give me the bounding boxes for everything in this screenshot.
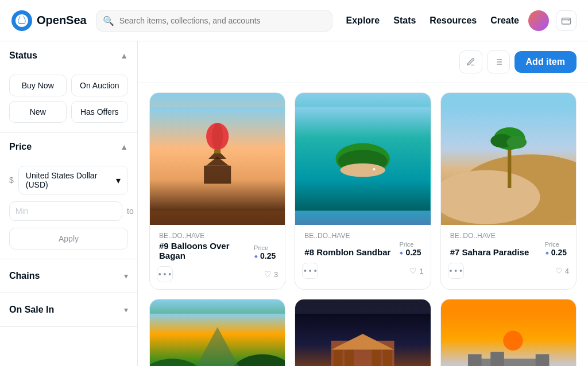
nft-card: BE..DO..HAVE#7 Sahara ParadisePrice⬥ 0.2… bbox=[440, 92, 577, 290]
nft-info: BE..DO..HAVE#8 Romblon SandbarPrice⬥ 0.2… bbox=[295, 225, 430, 257]
edit-view-button[interactable] bbox=[459, 50, 482, 73]
nft-collection: BE..DO..HAVE bbox=[450, 232, 567, 240]
search-input[interactable] bbox=[96, 10, 332, 32]
heart-icon: ♡ bbox=[264, 270, 272, 279]
nft-price-wrap: Price⬥ 0.25 bbox=[545, 241, 567, 257]
avatar[interactable] bbox=[528, 10, 549, 31]
svg-rect-37 bbox=[372, 348, 381, 366]
nft-card: BE..DO..HAVE#6 Jungle SunrisePrice⬥ 0.25… bbox=[149, 299, 285, 366]
svg-rect-49 bbox=[535, 354, 549, 366]
heart-icon: ♡ bbox=[555, 266, 563, 275]
svg-rect-35 bbox=[334, 348, 343, 366]
svg-rect-13 bbox=[214, 149, 220, 154]
currency-name: United States Dollar (USD) bbox=[26, 171, 116, 189]
nft-card: BE..DO..HAVE#9 Balloons Over BaganPrice⬥… bbox=[149, 92, 285, 290]
price-chevron-icon: ▲ bbox=[120, 142, 128, 151]
status-title: Status bbox=[9, 50, 37, 61]
svg-rect-36 bbox=[345, 348, 354, 366]
apply-wrap: Apply bbox=[0, 228, 137, 259]
nft-grid: BE..DO..HAVE#9 Balloons Over BaganPrice⬥… bbox=[138, 83, 588, 366]
apply-button[interactable]: Apply bbox=[9, 228, 128, 250]
status-new[interactable]: New bbox=[9, 101, 67, 123]
nft-card: BE..DO..HAVE#5 Petra at NightPrice⬥ 0.25… bbox=[295, 299, 431, 366]
search-container: 🔍 bbox=[96, 10, 332, 32]
list-view-button[interactable] bbox=[487, 50, 510, 73]
nft-more-button[interactable]: • • • bbox=[448, 263, 464, 279]
nft-image bbox=[441, 299, 576, 366]
on-sale-chevron-icon: ▾ bbox=[124, 305, 128, 314]
chains-header[interactable]: Chains ▾ bbox=[0, 259, 137, 293]
on-sale-header[interactable]: On Sale In ▾ bbox=[0, 293, 137, 326]
status-grid: Buy Now On Auction New Has Offers bbox=[0, 70, 137, 132]
nft-collection: BE..DO..HAVE bbox=[159, 232, 276, 240]
currency-chevron-icon: ▾ bbox=[116, 175, 121, 186]
sidebar: Status ▲ Buy Now On Auction New Has Offe… bbox=[0, 41, 138, 366]
status-header[interactable]: Status ▲ bbox=[0, 41, 137, 70]
status-buy-now[interactable]: Buy Now bbox=[9, 75, 67, 96]
nft-price-label: Price bbox=[545, 241, 567, 248]
main-layout: Status ▲ Buy Now On Auction New Has Offe… bbox=[0, 41, 588, 366]
nft-more-button[interactable]: • • • bbox=[157, 266, 173, 282]
nav-resources[interactable]: Resources bbox=[430, 13, 477, 28]
nft-name: #8 Romblon Sandbar bbox=[304, 247, 390, 257]
nft-info: BE..DO..HAVE#7 Sahara ParadisePrice⬥ 0.2… bbox=[441, 225, 576, 257]
nft-price-value: ⬥ 0.25 bbox=[545, 248, 567, 257]
price-range: to bbox=[0, 201, 137, 228]
nft-name: #7 Sahara Paradise bbox=[450, 247, 529, 257]
logo[interactable]: OpenSea bbox=[11, 10, 87, 31]
price-header[interactable]: Price ▲ bbox=[0, 133, 137, 161]
chains-title: Chains bbox=[9, 271, 40, 281]
svg-rect-8 bbox=[204, 166, 231, 184]
search-icon: 🔍 bbox=[103, 15, 114, 26]
svg-rect-48 bbox=[490, 352, 504, 366]
nft-info: BE..DO..HAVE#9 Balloons Over BaganPrice⬥… bbox=[150, 225, 285, 260]
svg-point-25 bbox=[506, 136, 527, 149]
nft-more-button[interactable]: • • • bbox=[302, 263, 318, 279]
chains-chevron-icon: ▾ bbox=[124, 271, 128, 281]
nft-footer: • • •♡ 1 bbox=[295, 257, 430, 286]
nft-name: #9 Balloons Over Bagan bbox=[159, 241, 254, 260]
nft-footer: • • •♡ 3 bbox=[150, 260, 285, 289]
nft-card: BE..DO..HAVE#4 Coastal FortressPrice⬥ 0.… bbox=[440, 299, 577, 366]
nft-price-value: ⬥ 0.25 bbox=[399, 248, 421, 257]
add-item-button[interactable]: Add item bbox=[514, 51, 577, 73]
nav-stats[interactable]: Stats bbox=[393, 13, 416, 28]
price-title: Price bbox=[9, 142, 32, 152]
nav-create[interactable]: Create bbox=[490, 13, 519, 28]
status-section: Status ▲ Buy Now On Auction New Has Offe… bbox=[0, 41, 137, 133]
nft-price-label: Price bbox=[399, 241, 421, 248]
nft-price-wrap: Price⬥ 0.25 bbox=[399, 241, 421, 257]
currency-dropdown[interactable]: United States Dollar (USD) ▾ bbox=[18, 166, 128, 194]
on-sale-title: On Sale In bbox=[9, 305, 54, 315]
nft-like-button[interactable]: ♡ 1 bbox=[409, 266, 423, 275]
nft-image bbox=[295, 299, 430, 366]
nft-footer: • • •♡ 4 bbox=[441, 257, 576, 286]
eth-icon: ⬥ bbox=[254, 252, 258, 260]
status-has-offers[interactable]: Has Offers bbox=[71, 101, 129, 123]
toolbar: Add item bbox=[138, 41, 588, 83]
status-chevron-icon: ▲ bbox=[120, 51, 128, 60]
nft-like-button[interactable]: ♡ 3 bbox=[264, 270, 278, 279]
on-sale-section: On Sale In ▾ bbox=[0, 293, 137, 327]
eth-icon: ⬥ bbox=[545, 248, 549, 256]
nft-name-price-row: #8 Romblon SandbarPrice⬥ 0.25 bbox=[304, 241, 421, 257]
svg-rect-22 bbox=[508, 143, 511, 188]
price-min-input[interactable] bbox=[9, 201, 122, 221]
nft-like-button[interactable]: ♡ 4 bbox=[555, 266, 569, 275]
currency-row: $ United States Dollar (USD) ▾ bbox=[0, 161, 137, 201]
svg-rect-38 bbox=[383, 348, 392, 366]
content-area: Add item bbox=[138, 41, 588, 366]
heart-icon: ♡ bbox=[409, 266, 417, 275]
nav-actions bbox=[528, 10, 577, 31]
svg-rect-47 bbox=[468, 354, 482, 366]
svg-point-18 bbox=[373, 168, 376, 171]
status-on-auction[interactable]: On Auction bbox=[71, 75, 129, 96]
nft-image bbox=[150, 93, 285, 225]
nav-links: Explore Stats Resources Create bbox=[346, 13, 519, 28]
nft-price-value: ⬥ 0.25 bbox=[254, 251, 276, 260]
nft-price-label: Price bbox=[254, 244, 276, 251]
wallet-button[interactable] bbox=[556, 10, 577, 31]
nft-name-price-row: #9 Balloons Over BaganPrice⬥ 0.25 bbox=[159, 241, 276, 260]
nav-explore[interactable]: Explore bbox=[346, 13, 380, 28]
chains-section: Chains ▾ bbox=[0, 259, 137, 293]
